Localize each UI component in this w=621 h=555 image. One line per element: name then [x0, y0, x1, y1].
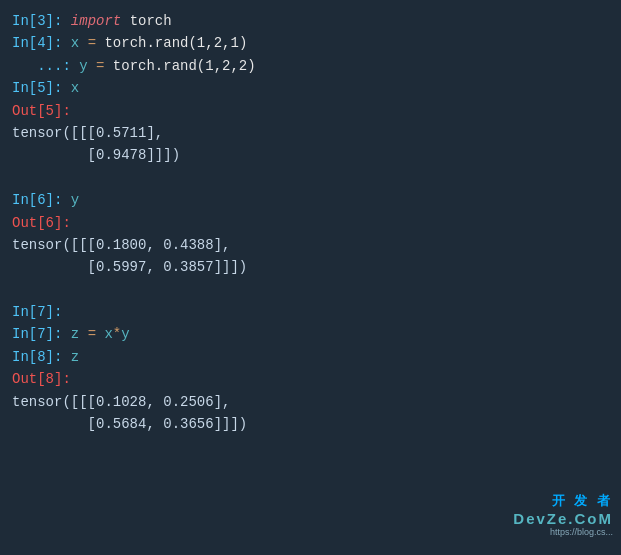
prompt-in8: In[8]: — [12, 346, 62, 368]
tensor5a: tensor([[[0.5711], — [12, 122, 163, 144]
line-out5: Out[5]: — [12, 100, 609, 122]
line-in8: In[8]: z — [12, 346, 609, 368]
watermark-top: 开 发 者 — [513, 492, 613, 510]
blank1 — [12, 167, 609, 189]
code-in3: import torch — [62, 10, 171, 32]
line-tensor5b: [0.9478]]]) — [12, 144, 609, 166]
prompt-in5: In[5]: — [12, 77, 62, 99]
prompt-in6: In[6]: — [12, 189, 62, 211]
line-tensor8b: [0.5684, 0.3656]]]) — [12, 413, 609, 435]
line-out6: Out[6]: — [12, 212, 609, 234]
code-output: In[3]: import torch In[4]: x = torch.ran… — [0, 0, 621, 445]
line-in4: In[4]: x = torch.rand(1,2,1) — [12, 32, 609, 54]
code-in8: z — [62, 346, 79, 368]
watermark: 开 发 者 DevZe.CoM https://blog.cs... — [513, 492, 613, 537]
line-tensor6a: tensor([[[0.1800, 0.4388], — [12, 234, 609, 256]
code-in6: y — [62, 189, 79, 211]
prompt-out5: Out[5]: — [12, 100, 71, 122]
tensor8b: [0.5684, 0.3656]]]) — [12, 413, 247, 435]
code-in5: x — [62, 77, 79, 99]
line-out8: Out[8]: — [12, 368, 609, 390]
line-cont4: ...: y = torch.rand(1,2,2) — [12, 55, 609, 77]
tensor8a: tensor([[[0.1028, 0.2506], — [12, 391, 230, 413]
code-cont4: y = torch.rand(1,2,2) — [71, 55, 256, 77]
line-tensor8a: tensor([[[0.1028, 0.2506], — [12, 391, 609, 413]
code-in7: z = x*y — [62, 323, 129, 345]
line-in6: In[6]: y — [12, 189, 609, 211]
tensor6b: [0.5997, 0.3857]]]) — [12, 256, 247, 278]
line-in3: In[3]: import torch — [12, 10, 609, 32]
blank2 — [12, 279, 609, 301]
prompt-in7-blank: In[7]: — [12, 301, 62, 323]
prompt-cont4: ...: — [12, 55, 71, 77]
tensor5b: [0.9478]]]) — [12, 144, 180, 166]
prompt-out8: Out[8]: — [12, 368, 71, 390]
line-in5: In[5]: x — [12, 77, 609, 99]
line-in7: In[7]: z = x*y — [12, 323, 609, 345]
prompt-out6: Out[6]: — [12, 212, 71, 234]
code-in4: x = torch.rand(1,2,1) — [62, 32, 247, 54]
watermark-bottom: DevZe.CoM — [513, 510, 613, 527]
line-tensor6b: [0.5997, 0.3857]]]) — [12, 256, 609, 278]
line-tensor5a: tensor([[[0.5711], — [12, 122, 609, 144]
tensor6a: tensor([[[0.1800, 0.4388], — [12, 234, 230, 256]
prompt-in3: In[3]: — [12, 10, 62, 32]
line-in7-blank: In[7]: — [12, 301, 609, 323]
prompt-in4: In[4]: — [12, 32, 62, 54]
watermark-url: https://blog.cs... — [513, 527, 613, 537]
prompt-in7: In[7]: — [12, 323, 62, 345]
